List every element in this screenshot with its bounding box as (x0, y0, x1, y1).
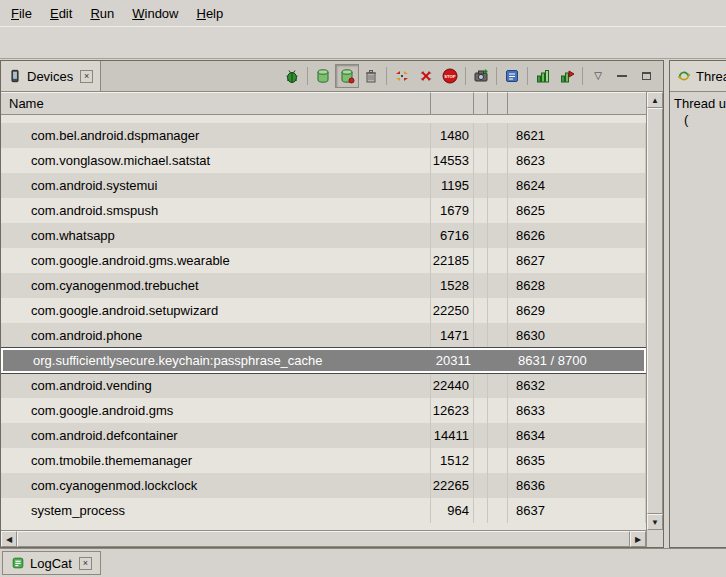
table-row[interactable]: com.cyanogenmod.lockclock 22265 8636 (1, 473, 646, 498)
svg-text:STOP: STOP (444, 74, 456, 79)
tab-logcat[interactable]: LogCat × (2, 551, 101, 575)
spacer-cell (488, 373, 508, 398)
menu-file[interactable]: File (2, 0, 41, 26)
table-row[interactable]: org.sufficientlysecure.keychain:passphra… (1, 348, 646, 373)
header-port[interactable] (508, 92, 646, 115)
debug-process-icon[interactable] (280, 64, 304, 88)
port-cell: 8634 (508, 423, 646, 448)
port-cell: 8627 (508, 248, 646, 273)
screen-capture-icon[interactable] (469, 64, 493, 88)
table-row[interactable]: com.bel.android.dspmanager 1480 8621 (1, 123, 646, 148)
table-row[interactable]: com.android.vending 22440 8632 (1, 373, 646, 398)
horizontal-scroll-thumb[interactable] (17, 531, 630, 547)
table-row[interactable]: com.google.android.gms 12623 8633 (1, 398, 646, 423)
table-row[interactable]: com.tmobile.thememanager 1512 8635 (1, 448, 646, 473)
header-spacer[interactable] (488, 92, 508, 115)
toolbar-separator (307, 67, 308, 85)
tab-devices-label: Devices (27, 69, 73, 84)
spacer-cell (488, 298, 508, 323)
spacer-cell (474, 223, 488, 248)
pid-cell: 22265 (431, 473, 474, 498)
spacer-cell (474, 398, 488, 423)
tab-close-icon[interactable]: × (79, 557, 92, 570)
spacer-cell (488, 398, 508, 423)
update-heap-icon[interactable] (311, 64, 335, 88)
threads-tabband: Threads (670, 61, 726, 92)
pid-cell: 1195 (431, 173, 474, 198)
table-row[interactable]: system_process 964 8637 (1, 498, 646, 523)
scroll-down-icon[interactable]: ▼ (647, 514, 663, 530)
process-name-cell: com.android.systemui (1, 173, 431, 198)
update-threads-icon[interactable] (390, 64, 414, 88)
menu-edit[interactable]: Edit (41, 0, 81, 26)
threads-message: Thread up ( (670, 92, 726, 128)
view-menu-icon[interactable]: ▽ (586, 64, 610, 88)
spacer-cell (488, 273, 508, 298)
threads-panel: Threads Thread up ( (669, 60, 726, 548)
menu-help[interactable]: Help (187, 0, 232, 26)
show-heap-updates-icon[interactable] (335, 64, 359, 88)
tab-devices[interactable]: Devices × (1, 61, 101, 91)
toolbar-separator (527, 67, 528, 85)
cause-gc-icon[interactable] (359, 64, 383, 88)
port-cell: 8633 (508, 398, 646, 423)
pid-cell: 1679 (431, 198, 474, 223)
stop-thread-updates-icon[interactable] (414, 64, 438, 88)
port-cell: 8623 (508, 148, 646, 173)
header-name[interactable]: Name (1, 92, 431, 115)
process-name-cell: com.bel.android.dspmanager (1, 123, 431, 148)
devices-table: Name com.bel.android.dspmanager 1480 862… (1, 92, 646, 547)
threads-message-line: ( (670, 112, 726, 128)
port-cell: 8621 (508, 123, 646, 148)
devices-tabband: Devices × (1, 61, 663, 92)
table-row[interactable]: com.android.defcontainer 14411 8634 (1, 423, 646, 448)
spacer-cell (474, 423, 488, 448)
menu-run[interactable]: Run (81, 0, 123, 26)
horizontal-scrollbar: ◀ ▶ (1, 530, 646, 547)
tab-threads[interactable]: Threads (670, 61, 726, 91)
pid-cell: 14411 (431, 423, 474, 448)
stop-method-profiling-icon[interactable] (555, 64, 579, 88)
table-row[interactable]: com.vonglasow.michael.satstat 14553 8623 (1, 148, 646, 173)
table-row[interactable]: com.cyanogenmod.trebuchet 1528 8628 (1, 273, 646, 298)
table-row[interactable]: com.whatsapp 6716 8626 (1, 223, 646, 248)
spacer-cell (488, 323, 508, 348)
spacer-cell (488, 198, 508, 223)
scroll-right-icon[interactable]: ▶ (630, 531, 646, 547)
pid-cell: 20311 (433, 350, 476, 371)
devices-toolbar: STOP ▽ (280, 61, 663, 91)
spacer-cell (488, 248, 508, 273)
capture-system-info-icon[interactable] (500, 64, 524, 88)
logcat-icon (11, 556, 25, 570)
menu-window[interactable]: Window (123, 0, 187, 26)
port-cell: 8637 (508, 498, 646, 523)
stop-process-icon[interactable]: STOP (438, 64, 462, 88)
pid-cell: 12623 (431, 398, 474, 423)
pid-cell: 1512 (431, 448, 474, 473)
tab-close-icon[interactable]: × (80, 70, 93, 83)
scroll-up-icon[interactable]: ▲ (647, 92, 663, 108)
threads-message-line: Thread up (670, 96, 726, 112)
table-row[interactable]: com.android.smspush 1679 8625 (1, 198, 646, 223)
maximize-icon[interactable] (634, 64, 658, 88)
process-name-cell: com.tmobile.thememanager (1, 448, 431, 473)
partial-row (1, 115, 646, 123)
table-row[interactable]: com.android.phone 1471 8630 (1, 323, 646, 348)
minimize-icon[interactable] (610, 64, 634, 88)
process-name-cell: com.vonglasow.michael.satstat (1, 148, 431, 173)
table-row[interactable]: com.android.systemui 1195 8624 (1, 173, 646, 198)
scroll-left-icon[interactable]: ◀ (1, 531, 17, 547)
spacer-cell (474, 498, 488, 523)
vertical-scroll-thumb[interactable] (647, 108, 663, 514)
process-name-cell: com.google.android.setupwizard (1, 298, 431, 323)
process-name-cell: org.sufficientlysecure.keychain:passphra… (3, 350, 433, 371)
table-row[interactable]: com.google.android.gms.wearable 22185 86… (1, 248, 646, 273)
table-row[interactable]: com.google.android.setupwizard 22250 862… (1, 298, 646, 323)
spacer-cell (474, 123, 488, 148)
header-spacer[interactable] (474, 92, 488, 115)
start-method-profiling-icon[interactable] (531, 64, 555, 88)
port-cell: 8630 (508, 323, 646, 348)
spacer-cell (474, 273, 488, 298)
header-pid[interactable] (431, 92, 474, 115)
port-cell: 8631 / 8700 (510, 350, 644, 371)
